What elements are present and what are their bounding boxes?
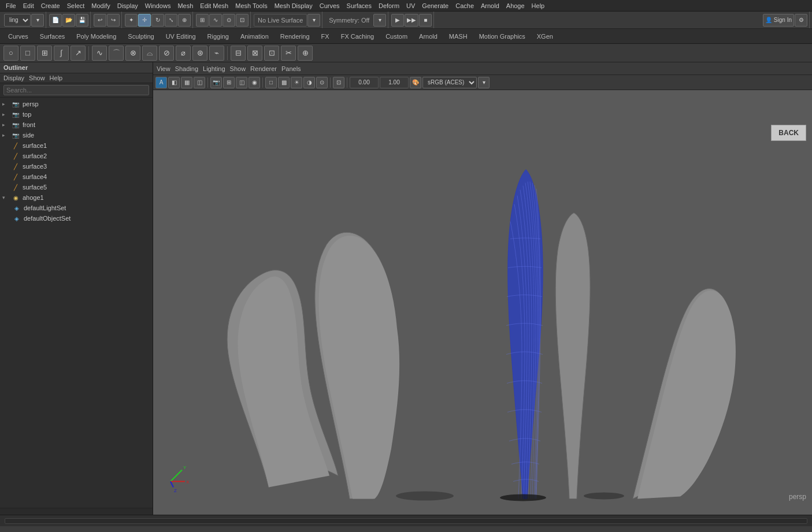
snap-point-btn[interactable]: ⊙	[223, 14, 235, 27]
tab-arnold[interactable]: Arnold	[413, 31, 443, 42]
outliner-help-menu[interactable]: Help	[50, 75, 63, 81]
menu-uv[interactable]: UV	[403, 2, 418, 9]
tab-uv-editing[interactable]: UV Editing	[160, 31, 202, 42]
snap-proj-btn[interactable]: ⊡	[236, 14, 249, 27]
menu-deform[interactable]: Deform	[375, 2, 403, 9]
render-stop-btn[interactable]: ■	[419, 14, 432, 27]
mode-dropdown[interactable]: ling	[4, 14, 31, 27]
lasso-tool[interactable]: ⊘	[159, 46, 174, 61]
live-surface-dropdown[interactable]: ▾	[307, 14, 320, 27]
pin-tool[interactable]: ⌁	[209, 46, 224, 61]
vp-select-btn[interactable]: A	[155, 77, 167, 88]
back-button[interactable]: BACK	[771, 125, 806, 141]
menu-display[interactable]: Display	[114, 2, 142, 9]
list-item[interactable]: ▸ 📷 top	[0, 109, 153, 120]
tab-poly-modeling[interactable]: Poly Modeling	[71, 31, 122, 42]
menu-generate[interactable]: Generate	[418, 2, 452, 9]
universal-btn[interactable]: ⊕	[178, 14, 191, 27]
list-item[interactable]: ╱ surface3	[0, 161, 153, 172]
dropdown-arrow[interactable]: ▾	[31, 14, 44, 27]
vp-btn-3[interactable]: ◫	[194, 77, 205, 88]
vp-isolate-btn[interactable]: □	[265, 77, 277, 88]
tab-custom[interactable]: Custom	[380, 31, 413, 42]
vp-colorspace-arrow[interactable]: ▾	[478, 77, 490, 88]
list-item[interactable]: ▸ 📷 side	[0, 130, 153, 140]
render-seq-btn[interactable]: ▶▶	[405, 14, 418, 27]
vp-menu-panels[interactable]: Panels	[281, 65, 301, 72]
vp-cam-btn[interactable]: 📷	[210, 77, 222, 88]
cut-tool[interactable]: ✂	[281, 46, 296, 61]
vp-texture-btn[interactable]: ▩	[278, 77, 290, 88]
menu-mesh-tools[interactable]: Mesh Tools	[232, 2, 270, 9]
tab-surfaces[interactable]: Surfaces	[34, 31, 71, 42]
menu-create[interactable]: Create	[38, 2, 64, 9]
list-item[interactable]: ╱ surface5	[0, 182, 153, 192]
tab-curves[interactable]: Curves	[2, 31, 34, 42]
menu-windows[interactable]: Windows	[142, 2, 175, 9]
vp-gamma-input[interactable]	[380, 77, 409, 88]
vp-menu-shading[interactable]: Shading	[175, 65, 198, 72]
status-scroll-track[interactable]	[5, 518, 807, 524]
transform-tool[interactable]: ⊞	[37, 46, 52, 61]
menu-ahoge[interactable]: Ahoge	[503, 2, 528, 9]
tab-animation[interactable]: Animation	[235, 31, 275, 42]
extrude-tool[interactable]: ⊡	[264, 46, 279, 61]
vp-menu-view[interactable]: View	[157, 65, 170, 72]
relax-tool[interactable]: ⊛	[192, 46, 207, 61]
twist-tool[interactable]: ⊗	[125, 46, 140, 61]
open-scene-btn[interactable]: 📂	[62, 14, 75, 27]
vp-btn-1[interactable]: ◧	[168, 77, 180, 88]
slide-tool[interactable]: ⊟	[231, 46, 246, 61]
vp-light-btn[interactable]: ☀	[291, 77, 302, 88]
menu-select[interactable]: Select	[64, 2, 88, 9]
outliner-scrollbar[interactable]	[0, 508, 153, 515]
connect-tool[interactable]: ⊕	[298, 46, 313, 61]
redo-btn[interactable]: ↪	[107, 14, 120, 27]
select-btn[interactable]: ✦	[125, 14, 138, 27]
menu-surfaces[interactable]: Surfaces	[343, 2, 375, 9]
scale-btn[interactable]: ⤡	[165, 14, 177, 27]
list-item[interactable]: ◈ defaultLightSet	[0, 203, 153, 213]
sculpt-tool[interactable]: ⌀	[176, 46, 191, 61]
outliner-search-input[interactable]	[3, 85, 149, 95]
settings-btn[interactable]: ⚙	[795, 14, 807, 27]
list-item[interactable]: ▸ 📷 persp	[0, 99, 153, 109]
menu-modify[interactable]: Modify	[88, 2, 113, 9]
vp-shade-btn[interactable]: ◉	[249, 77, 260, 88]
select-tool[interactable]: ↗	[71, 46, 86, 61]
list-item[interactable]: ╱ surface1	[0, 140, 153, 151]
list-item[interactable]: ◈ defaultObjectSet	[0, 213, 153, 224]
square-tool[interactable]: □	[20, 46, 35, 61]
menu-edit[interactable]: Edit	[20, 2, 38, 9]
signin-btn[interactable]: 👤 Sign In	[763, 14, 794, 27]
menu-help[interactable]: Help	[528, 2, 548, 9]
vp-color-icon[interactable]: 🎨	[410, 77, 421, 88]
symmetry-dropdown[interactable]: ▾	[373, 14, 386, 27]
outliner-show-menu[interactable]: Show	[29, 75, 45, 81]
list-item[interactable]: ╱ surface4	[0, 172, 153, 182]
menu-mesh[interactable]: Mesh	[174, 2, 196, 9]
tab-fx-caching[interactable]: FX Caching	[335, 31, 380, 42]
list-item[interactable]: ▸ 📷 front	[0, 120, 153, 130]
rotate-btn[interactable]: ↻	[151, 14, 164, 27]
menu-file[interactable]: File	[2, 2, 20, 9]
wave-tool[interactable]: ∿	[92, 46, 107, 61]
tab-xgen[interactable]: XGen	[531, 31, 559, 42]
menu-mesh-display[interactable]: Mesh Display	[271, 2, 316, 9]
vp-colorspace-dropdown[interactable]: sRGB (ACES)	[422, 77, 477, 88]
snap-curve-btn[interactable]: ∿	[209, 14, 222, 27]
vp-hud-btn[interactable]: ⊡	[333, 77, 344, 88]
bend-tool[interactable]: ⌒	[109, 46, 124, 61]
vp-menu-show[interactable]: Show	[230, 65, 246, 72]
vp-menu-lighting[interactable]: Lighting	[203, 65, 225, 72]
vp-exposure-input[interactable]	[350, 77, 379, 88]
tab-sculpting[interactable]: Sculpting	[122, 31, 160, 42]
smooth-tool[interactable]: ⌓	[142, 46, 157, 61]
vp-grid-btn[interactable]: ⊞	[223, 77, 235, 88]
vp-wire-btn[interactable]: ◫	[236, 77, 247, 88]
tab-fx[interactable]: FX	[316, 31, 335, 42]
tab-rendering[interactable]: Rendering	[275, 31, 316, 42]
viewport-canvas[interactable]: Y X Z BACK persp	[153, 90, 812, 503]
tab-motion-graphics[interactable]: Motion Graphics	[473, 31, 531, 42]
tab-mash[interactable]: MASH	[443, 31, 473, 42]
